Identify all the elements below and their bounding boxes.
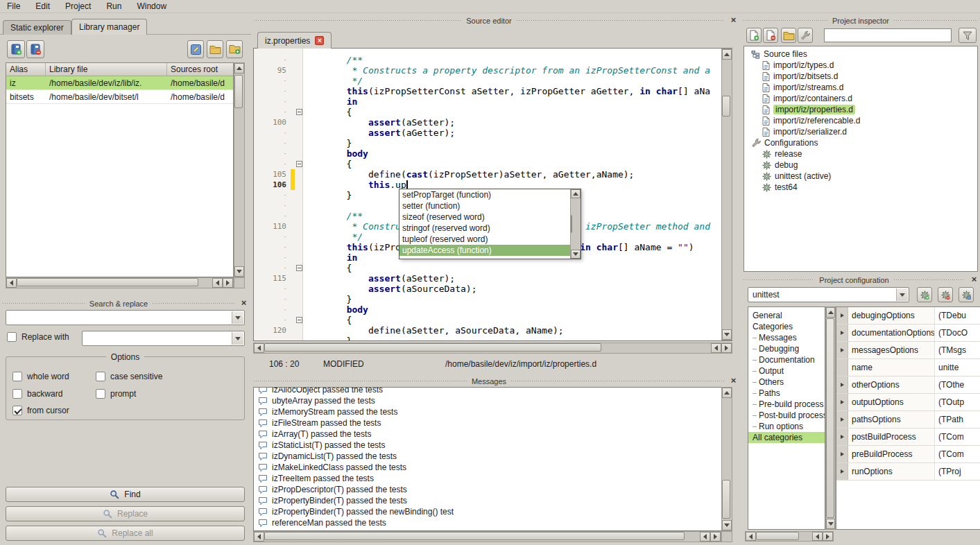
- messages-v-scrollbar[interactable]: [721, 387, 732, 531]
- column-header-alias[interactable]: Alias: [6, 63, 46, 76]
- property-row[interactable]: otherOptions(TOthe: [836, 377, 980, 394]
- message-item[interactable]: referenceMan passed the tests: [254, 517, 732, 528]
- scroll-thumb[interactable]: [722, 480, 730, 519]
- autocomplete-scrollbar[interactable]: [570, 189, 581, 259]
- editor-tab-iz-properties[interactable]: iz.properties: [257, 32, 332, 49]
- scroll-thumb[interactable]: [17, 278, 198, 286]
- add-folder-button[interactable]: [226, 40, 243, 58]
- message-item[interactable]: izDynamicList(T) passed the tests: [254, 451, 732, 462]
- property-value[interactable]: (TDebu: [935, 307, 980, 324]
- code-line[interactable]: }: [303, 336, 732, 340]
- property-expander[interactable]: [836, 446, 848, 462]
- tab-close-icon[interactable]: [315, 36, 324, 45]
- find-button[interactable]: Find: [6, 487, 245, 502]
- replace-with-checkbox[interactable]: [7, 332, 17, 342]
- open-folder-button[interactable]: [781, 28, 796, 43]
- property-value[interactable]: (TMsgs: [935, 342, 980, 358]
- tree-item-import-iz-streams-d[interactable]: import/iz/streams.d: [744, 82, 977, 93]
- tree-item-source-files[interactable]: Source files: [744, 49, 977, 60]
- completion-item[interactable]: sizeof (reserved word): [399, 211, 570, 223]
- scroll-left-button[interactable]: [812, 532, 823, 541]
- scroll-thumb[interactable]: [571, 215, 572, 233]
- property-value[interactable]: (TDocO: [935, 325, 980, 341]
- inspector-filter-input[interactable]: [824, 28, 952, 42]
- messages-h-scrollbar[interactable]: [253, 531, 721, 542]
- expander-arrow-icon[interactable]: [841, 435, 844, 439]
- close-icon[interactable]: [239, 299, 248, 308]
- property-row[interactable]: runOptions(TProj: [836, 463, 980, 481]
- filter-button[interactable]: [958, 28, 977, 43]
- property-expander[interactable]: [836, 342, 848, 358]
- code-line[interactable]: * Constructs a property descriptor from …: [303, 65, 732, 76]
- tree-item-unittest-active-[interactable]: unittest (active): [744, 171, 977, 182]
- code-line[interactable]: this(izPropSetterConst aSetter, izPropGe…: [303, 86, 732, 96]
- completion-item[interactable]: stringof (reserved word): [399, 223, 570, 234]
- scroll-left-button[interactable]: [6, 278, 17, 288]
- replace-input[interactable]: [82, 331, 245, 346]
- property-value[interactable]: (TCom: [935, 429, 980, 445]
- message-item[interactable]: izPropDescriptor(T) passed the tests: [254, 484, 732, 495]
- scroll-down-button[interactable]: [722, 329, 732, 340]
- completion-item[interactable]: tupleof (reserved word): [399, 234, 570, 245]
- property-value[interactable]: (TOthe: [935, 377, 980, 393]
- library-table-h-scrollbar[interactable]: [6, 277, 234, 288]
- scroll-left-button[interactable]: [700, 532, 710, 542]
- project-settings-button[interactable]: [798, 28, 813, 43]
- replace-button[interactable]: Replace: [6, 506, 245, 521]
- property-expander[interactable]: [836, 377, 848, 393]
- property-value[interactable]: unitte: [935, 359, 980, 376]
- open-library-button[interactable]: [207, 40, 223, 58]
- dropdown-arrow-icon[interactable]: [896, 288, 908, 301]
- tree-item-import-iz-serializer-d[interactable]: import/iz/serializer.d: [744, 126, 977, 137]
- menu-item-edit[interactable]: Edit: [35, 1, 50, 11]
- expander-arrow-icon[interactable]: [841, 417, 844, 422]
- code-line[interactable]: {: [303, 159, 732, 169]
- tree-item-import-iz-referencable-d[interactable]: import/iz/referencable.d: [744, 115, 977, 126]
- code-line[interactable]: {: [303, 107, 732, 117]
- menu-item-project[interactable]: Project: [65, 1, 91, 11]
- categories-v-scrollbar[interactable]: [825, 306, 836, 530]
- property-row[interactable]: documentationOptions(TDocO: [836, 325, 980, 342]
- code-line[interactable]: }: [303, 138, 732, 148]
- code-line[interactable]: assert(aSourceData);: [303, 284, 732, 294]
- dropdown-arrow-icon[interactable]: [232, 332, 243, 345]
- tree-item-test64[interactable]: test64: [744, 182, 977, 193]
- code-line[interactable]: */: [303, 76, 732, 86]
- property-expander[interactable]: [836, 463, 848, 480]
- fold-marker-icon[interactable]: [296, 317, 302, 323]
- scroll-thumb[interactable]: [826, 318, 834, 518]
- completion-item[interactable]: setter (function): [399, 200, 570, 211]
- completion-item[interactable]: updateAccess (function): [399, 245, 570, 256]
- fold-marker-icon[interactable]: [296, 161, 302, 167]
- menu-item-file[interactable]: File: [7, 1, 20, 11]
- scroll-right-button[interactable]: [721, 343, 732, 353]
- message-item[interactable]: izAllocObject passed the tests: [254, 387, 732, 395]
- message-item[interactable]: izTreeItem passed the tests: [254, 473, 732, 484]
- category-item[interactable]: Others: [748, 377, 825, 388]
- editor-v-scrollbar[interactable]: [721, 49, 732, 340]
- category-item[interactable]: General: [748, 310, 825, 321]
- remove-file-button[interactable]: [763, 28, 778, 43]
- column-header-library-file[interactable]: Library file: [46, 63, 167, 76]
- expander-arrow-icon[interactable]: [841, 469, 844, 474]
- add-configuration-button[interactable]: [917, 287, 932, 302]
- scroll-left-button[interactable]: [254, 343, 264, 353]
- fold-marker-icon[interactable]: [296, 109, 302, 115]
- scroll-down-button[interactable]: [571, 250, 581, 259]
- property-expander[interactable]: [836, 394, 848, 410]
- code-line[interactable]: assert(aSetter);: [303, 273, 732, 284]
- property-expander[interactable]: [836, 429, 848, 445]
- property-row[interactable]: nameunitte: [836, 359, 980, 377]
- scroll-down-button[interactable]: [826, 519, 835, 529]
- scroll-right-button[interactable]: [223, 278, 233, 288]
- tab-static-explorer[interactable]: Static explorer: [3, 20, 71, 35]
- category-item[interactable]: Post-build process: [748, 410, 825, 421]
- category-item[interactable]: Pre-build process: [748, 399, 825, 410]
- category-item[interactable]: Output: [748, 365, 825, 377]
- scroll-thumb[interactable]: [756, 532, 799, 540]
- message-item[interactable]: izPropertyBinder(T) passed the newBindin…: [254, 506, 732, 517]
- code-line[interactable]: define(cast(izPropSetter)aSetter, aGette…: [303, 169, 732, 180]
- property-expander[interactable]: [836, 325, 848, 341]
- category-item[interactable]: Documentation: [748, 354, 825, 365]
- remove-configuration-button[interactable]: [938, 287, 953, 302]
